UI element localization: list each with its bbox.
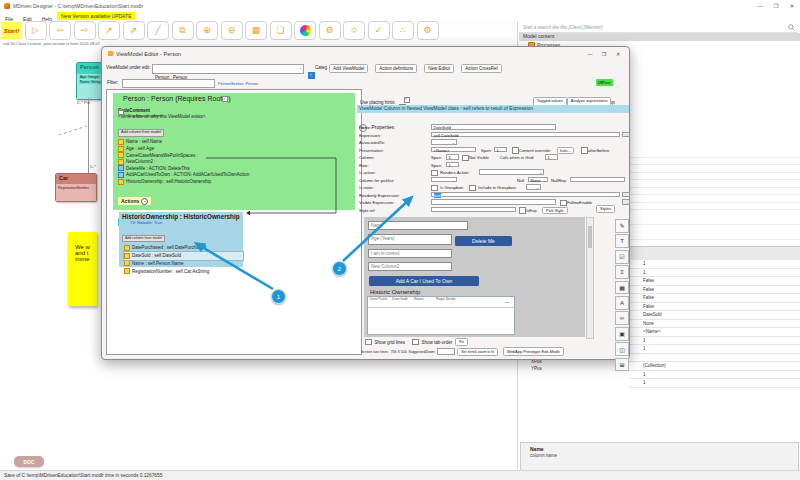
minimize-button[interactable]: — [752, 0, 768, 12]
viewmodel-column-row[interactable]: DeleteMe : ACTION: DeleteThis [118, 165, 355, 172]
nested-viewmodel-panel[interactable]: HistoricOwnership : HistoricOwnership TV… [119, 212, 243, 267]
line-tool-icon[interactable]: ╱ [147, 21, 169, 40]
expression-input[interactable]: self.DateSold [431, 132, 620, 138]
maximize-button[interactable]: ❐ [768, 0, 784, 12]
cols-when-grid-input[interactable]: 1 [545, 154, 558, 160]
preview-table-header[interactable]: Date Sold [390, 297, 412, 307]
preview-scrollbar[interactable] [586, 217, 594, 339]
zoom-out-icon[interactable]: ⊖ [221, 21, 243, 40]
expression-ellipsis-button[interactable]: ... [622, 132, 630, 138]
fit-button[interactable]: Fit [455, 338, 467, 346]
settings-gear-icon[interactable]: ⚙ [417, 21, 439, 40]
row-span-input[interactable]: 1 [446, 162, 459, 168]
doc-tab[interactable]: DOC [14, 456, 44, 467]
name-input[interactable]: DateSold [431, 124, 556, 130]
column-span-input[interactable]: 1 [446, 154, 459, 160]
picklist-select[interactable] [431, 177, 457, 183]
image-box-icon[interactable]: ▣ [615, 327, 629, 341]
color-wheel-icon[interactable] [294, 21, 316, 40]
viewmodel-column-row[interactable]: CamelCaseMeansWePutInSpaces : [118, 152, 355, 159]
not-visible-checkbox[interactable] [462, 155, 469, 162]
enum-icon[interactable]: ≡ [615, 265, 629, 279]
zoom-in-icon[interactable]: ⊕ [196, 21, 218, 40]
check-icon[interactable]: ✓ [368, 21, 390, 40]
categ-checkbox[interactable] [308, 66, 315, 84]
preview-age-field[interactable]: Age (Years) [368, 234, 452, 245]
viewmodel-column-row[interactable]: DateSold : self.DateSold [124, 252, 243, 260]
readonly-expression-input[interactable]: true [431, 192, 620, 198]
image-icon[interactable]: ▦ [245, 21, 267, 40]
isexp-checkbox[interactable] [519, 207, 526, 214]
viewmodel-column-row[interactable]: Name : self.Person.Name [124, 260, 243, 268]
property-grid-row[interactable]: None [629, 320, 800, 329]
actions-expander[interactable]: Actions⌄ [118, 197, 151, 205]
property-grid-row[interactable]: False [629, 286, 800, 295]
property-grid-row[interactable]: <Name> [629, 328, 800, 337]
renders-action-select[interactable] [479, 169, 544, 175]
preview-delete-button[interactable]: Delete Me [455, 236, 512, 246]
property-grid-row[interactable]: 1 [629, 260, 800, 269]
play-icon[interactable]: ▷ [25, 21, 47, 40]
arrow-right-icon[interactable]: ⇨ [74, 21, 96, 40]
filter-links[interactable]: PersonSeeker: Person [218, 81, 258, 86]
layers-icon[interactable]: ❏ [270, 21, 292, 40]
afterbefore-checkbox[interactable] [581, 147, 588, 154]
link-icon[interactable]: ∞ [615, 311, 629, 325]
network-icon[interactable]: ∴ [392, 21, 414, 40]
associated-select[interactable] [431, 139, 457, 145]
picture-icon[interactable]: ◫ [615, 342, 629, 356]
suggested-zoom-input[interactable] [437, 348, 455, 355]
text-icon[interactable]: T [615, 234, 629, 248]
dialog-toolbar-button[interactable]: Action CrossRef [461, 64, 502, 74]
dialog-close-button[interactable]: ✕ [611, 51, 625, 57]
class-car[interactable]: Car RegistrationNumber [55, 173, 97, 202]
show-tab-order-checkbox[interactable] [412, 339, 419, 346]
checkbox-icon[interactable]: ☑ [615, 250, 629, 264]
property-grid-row[interactable]: 1 [629, 337, 800, 346]
style-ref-input[interactable] [431, 207, 516, 213]
styles-button[interactable]: Styles [596, 205, 615, 213]
is-action-checkbox[interactable] [431, 170, 438, 177]
include-groupbox-select[interactable] [526, 184, 541, 190]
grid-icon[interactable]: ⊞ [615, 358, 629, 372]
preview-table-header[interactable]: Date Purch [368, 297, 390, 307]
nested-add-column-button[interactable]: Add column from model [122, 235, 165, 242]
followenable-checkbox[interactable] [560, 200, 567, 207]
screen-icon[interactable]: ⧉ [172, 21, 194, 40]
viewmodel-column-row[interactable]: RegistrationNumber : self.Car.AsString [124, 267, 243, 275]
table-options-ellipsis[interactable]: ... [505, 298, 509, 304]
property-grid-row[interactable]: DateSold [629, 311, 800, 320]
viewmodel-column-row[interactable]: Name : self.Name [118, 139, 355, 146]
filter-input[interactable] [122, 79, 215, 88]
viewmodel-column-row[interactable]: DatePurchased : self.DatePurchased [124, 244, 243, 252]
pointer-new-icon[interactable]: ⇗ [123, 21, 145, 40]
property-grid-row[interactable] [629, 354, 800, 363]
shrink-zoom-button[interactable]: Set shrink zoom to fit [457, 348, 498, 356]
dialog-toolbar-button[interactable]: New Editor [424, 64, 454, 74]
viewmodel-column-row[interactable]: Age : self.Age [118, 145, 355, 152]
property-grid-row[interactable]: 1 [629, 345, 800, 354]
dialog-toolbar-button[interactable]: Action definitions [375, 64, 417, 74]
preview-add-car-button[interactable]: Add A Car I Used To Own [369, 276, 479, 286]
viewmodel-select[interactable]: Person : Person [152, 64, 304, 74]
null-select[interactable]: None [528, 177, 548, 183]
pointer-icon[interactable]: ↗ [98, 21, 120, 40]
icon-button[interactable]: Icon... [557, 147, 574, 155]
comment-hint[interactable]: <Write a line on why this ViewModel exis… [118, 114, 355, 120]
dialog-minimize-button[interactable]: — [583, 51, 597, 57]
is-groupbox-checkbox[interactable] [469, 185, 476, 192]
preview-table[interactable]: Date PurchDate SoldNameRegis Numb ... [367, 296, 515, 335]
requires-root-checkbox[interactable] [222, 96, 228, 102]
dialog-toolbar-button[interactable]: Add ViewModel [329, 64, 368, 74]
preview-name-field[interactable]: Name [368, 221, 468, 230]
pick-style-button[interactable]: Pick Style [542, 207, 568, 215]
viewmodel-column-row[interactable]: AddACarIUsedToOwn : ACTION: AddACarIUsed… [118, 172, 355, 179]
search-input[interactable]: Start a search like this [Class].[Member… [519, 22, 798, 33]
show-grid-lines-checkbox[interactable] [365, 339, 372, 346]
gears-icon[interactable]: ⚙ [319, 21, 341, 40]
is-static-checkbox[interactable] [431, 185, 438, 192]
update-banner[interactable]: New Version available UPDATE [57, 12, 136, 20]
presentation-input[interactable]: <Name> [431, 147, 476, 153]
person-tool-icon[interactable]: ☺ [343, 21, 365, 40]
readonly-ellipsis-button[interactable]: ... [622, 192, 630, 198]
